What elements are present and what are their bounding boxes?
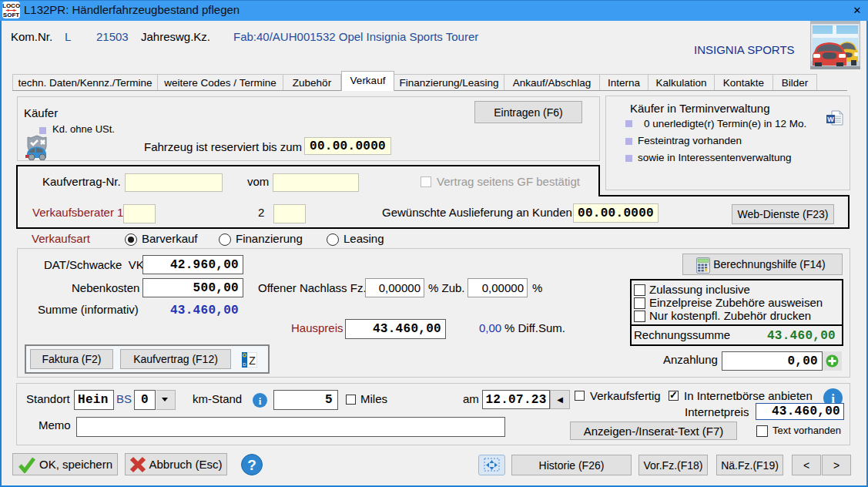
svg-text:D: D	[243, 362, 246, 367]
svg-text:W: W	[827, 116, 834, 123]
svg-text:?: ?	[247, 457, 256, 473]
svg-text:Z: Z	[249, 354, 256, 367]
svg-text:?: ?	[709, 263, 710, 267]
svg-text:i: i	[259, 395, 262, 407]
